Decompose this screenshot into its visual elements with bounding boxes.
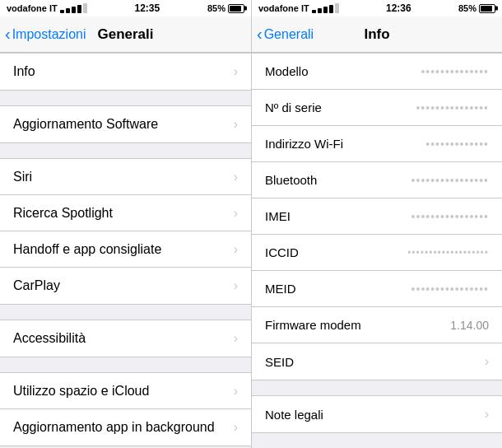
right-section-note: Note legali ›	[252, 395, 502, 433]
chevron-bgrefresh: ›	[234, 420, 238, 435]
battery-pct-left: 85%	[207, 3, 225, 13]
label-firmware: Firmware modem	[265, 318, 361, 332]
info-row-modello: Modello ••••••••••••••	[252, 54, 502, 90]
chevron-carplay: ›	[234, 278, 238, 293]
right-gap1	[252, 380, 502, 395]
gap1	[0, 91, 251, 105]
right-status-bar: vodafone IT 12:36 85%	[252, 0, 502, 16]
rdot5	[335, 3, 339, 13]
rdot4	[329, 5, 333, 13]
list-label-handoff: Handoff e app consigliate	[13, 242, 161, 257]
dot4	[77, 5, 81, 13]
info-row-serie: Nº di serie •••••••••••••••	[252, 90, 502, 126]
gap2	[0, 143, 251, 158]
info-row-imei: IMEI ••••••••••••••••	[252, 198, 502, 235]
rdot1	[312, 10, 316, 13]
list-right-info: ›	[234, 64, 238, 79]
list-item-accessibility[interactable]: Accessibilità ›	[0, 320, 251, 357]
label-note: Note legali	[265, 408, 323, 422]
left-status-right: 85%	[207, 3, 244, 13]
left-nav-title: Generali	[97, 26, 153, 43]
info-row-seid[interactable]: SEID ›	[252, 343, 502, 380]
list-label-accessibility: Accessibilità	[13, 331, 86, 346]
list-label-carplay: CarPlay	[13, 278, 60, 293]
battery-pct-right: 85%	[458, 3, 476, 13]
label-seid: SEID	[265, 355, 294, 369]
left-back-label: Impostazioni	[12, 27, 86, 42]
chevron-update: ›	[234, 117, 238, 132]
left-panel: vodafone IT 12:35 85% ‹ Impostazioni Gen…	[0, 0, 251, 448]
value-imei: ••••••••••••••••	[411, 210, 489, 223]
carrier-right: vodafone IT	[258, 3, 309, 13]
battery-icon-right	[479, 4, 495, 13]
carrier-left: vodafone IT	[7, 3, 58, 13]
left-back-chevron: ‹	[5, 26, 11, 42]
label-meid: MEID	[265, 282, 296, 296]
right-nav-title: Info	[364, 26, 389, 43]
dot2	[66, 8, 70, 13]
list-item-update[interactable]: Aggiornamento Software ›	[0, 106, 251, 142]
right-status-right: 85%	[458, 3, 495, 13]
info-row-meid: MEID ••••••••••••••••	[252, 271, 502, 307]
left-back-button[interactable]: ‹ Impostazioni	[5, 26, 86, 42]
chevron-accessibility: ›	[234, 331, 238, 346]
list-label-siri: Siri	[13, 170, 32, 184]
left-section-access: Accessibilità ›	[0, 320, 251, 357]
value-meid: ••••••••••••••••	[411, 282, 489, 296]
right-nav-bar: ‹ Generali Info	[252, 16, 502, 53]
dot1	[60, 10, 64, 13]
left-status-bar: vodafone IT 12:35 85%	[0, 0, 251, 16]
right-scroll-area: Modello •••••••••••••• Nº di serie •••••…	[252, 53, 502, 448]
left-status-left: vodafone IT	[7, 3, 87, 13]
rdot2	[318, 8, 322, 13]
list-item-carplay[interactable]: CarPlay ›	[0, 268, 251, 304]
gap3	[0, 305, 251, 320]
right-panel: vodafone IT 12:36 85% ‹ Generali Info	[251, 0, 502, 448]
list-right-update: ›	[234, 117, 238, 132]
left-nav-bar: ‹ Impostazioni Generali	[0, 16, 251, 53]
battery-icon-left	[228, 4, 244, 13]
list-item-bgrefresh[interactable]: Aggiornamento app in background ›	[0, 409, 251, 446]
list-item-info[interactable]: Info ›	[0, 54, 251, 90]
label-wifi: Indirizzo Wi-Fi	[265, 137, 343, 151]
list-label-bgrefresh: Aggiornamento app in background	[13, 420, 215, 435]
left-section-features: Siri › Ricerca Spotlight › Handoff e app…	[0, 158, 251, 305]
list-label-info: Info	[13, 64, 35, 79]
chevron-seid: ›	[485, 354, 489, 369]
info-row-firmware: Firmware modem 1.14.00	[252, 307, 502, 343]
info-row-bluetooth: Bluetooth ••••••••••••••••	[252, 162, 502, 198]
chevron-storage: ›	[234, 384, 238, 399]
right-back-label: Generali	[264, 27, 314, 42]
chevron-note: ›	[485, 407, 489, 422]
list-label-spotlight: Ricerca Spotlight	[13, 206, 113, 221]
left-section-info: Info ›	[0, 53, 251, 91]
info-row-note[interactable]: Note legali ›	[252, 396, 502, 432]
value-modello: ••••••••••••••	[421, 65, 489, 78]
chevron-siri: ›	[234, 170, 238, 184]
right-status-left: vodafone IT	[258, 3, 339, 13]
info-row-iccid: ICCID •••••••••••••••••••	[252, 235, 502, 271]
label-iccid: ICCID	[265, 245, 299, 259]
battery-fill-right	[481, 6, 492, 12]
value-bluetooth: ••••••••••••••••	[411, 174, 489, 187]
time-right: 12:36	[386, 2, 411, 14]
chevron-handoff: ›	[234, 242, 238, 257]
dot3	[72, 7, 76, 13]
list-item-storage[interactable]: Utilizzo spazio e iCloud ›	[0, 373, 251, 409]
value-serie: •••••••••••••••	[416, 101, 489, 114]
value-wifi: •••••••••••••	[425, 138, 489, 151]
right-back-button[interactable]: ‹ Generali	[257, 26, 314, 42]
dot5	[83, 3, 87, 13]
rdot3	[323, 7, 328, 13]
right-section-main: Modello •••••••••••••• Nº di serie •••••…	[252, 53, 502, 380]
list-item-siri[interactable]: Siri ›	[0, 159, 251, 195]
value-firmware: 1.14.00	[450, 319, 489, 332]
list-item-spotlight[interactable]: Ricerca Spotlight ›	[0, 195, 251, 231]
list-item-handoff[interactable]: Handoff e app consigliate ›	[0, 231, 251, 268]
left-scroll-area: Info › Aggiornamento Software › Siri ›	[0, 53, 251, 448]
right-back-chevron: ‹	[257, 26, 263, 42]
signal-dots-left	[60, 3, 87, 13]
list-label-update: Aggiornamento Software	[13, 117, 158, 132]
chevron-spotlight: ›	[234, 206, 238, 221]
label-bluetooth: Bluetooth	[265, 173, 317, 187]
